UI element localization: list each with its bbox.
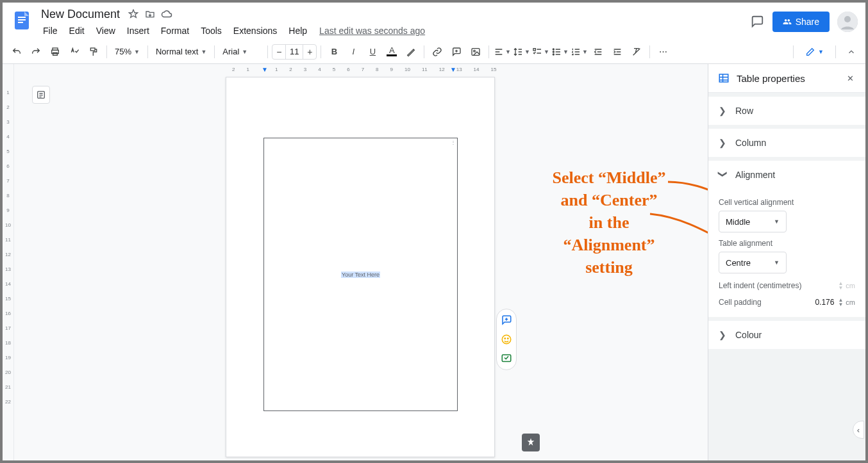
annotation-arrow-2: [649, 210, 708, 247]
svg-rect-21: [719, 74, 728, 82]
section-row[interactable]: ❯ Row: [708, 97, 865, 125]
font-size-increase[interactable]: +: [303, 47, 316, 57]
resize-handle-icon[interactable]: ⋮: [451, 140, 456, 145]
chevron-down-icon: ▼: [774, 259, 780, 266]
increase-indent-icon[interactable]: [608, 43, 626, 61]
paint-format-icon[interactable]: [85, 43, 103, 61]
svg-point-15: [553, 54, 554, 55]
table-cell[interactable]: ⋮ Your Text Here: [263, 138, 458, 411]
left-indent-input: ▲▼ cm: [807, 281, 855, 290]
document-outline-button[interactable]: [32, 86, 50, 104]
chevron-down-icon: ❯: [718, 170, 728, 179]
align-icon[interactable]: ▼: [493, 43, 511, 61]
sidebar-title: Table properties: [737, 73, 837, 84]
svg-rect-1: [18, 17, 26, 18]
line-spacing-icon[interactable]: ▼: [512, 43, 530, 61]
svg-rect-12: [533, 48, 535, 50]
insert-comment-icon[interactable]: [447, 43, 465, 61]
table-alignment-value: Centre: [726, 258, 751, 268]
insert-link-icon[interactable]: [428, 43, 446, 61]
zoom-value: 75%: [115, 47, 131, 56]
numbered-list-icon[interactable]: ▼: [570, 43, 588, 61]
chevron-down-icon: ▼: [774, 218, 780, 225]
close-sidebar-icon[interactable]: ✕: [844, 72, 856, 85]
cloud-status-icon[interactable]: [161, 8, 172, 20]
menu-format[interactable]: Format: [156, 23, 194, 38]
menu-edit[interactable]: Edit: [65, 23, 89, 38]
add-comment-icon[interactable]: [499, 313, 513, 327]
menu-bar: File Edit View Insert Format Tools Exten…: [38, 22, 749, 40]
decrease-indent-icon[interactable]: [589, 43, 607, 61]
comment-actions: [496, 309, 517, 370]
annotation-text: Select “Middle” and “Center” in the “Ali…: [500, 167, 708, 279]
more-icon[interactable]: ⋯: [654, 43, 672, 61]
cell-vertical-alignment-select[interactable]: Middle ▼: [719, 211, 787, 232]
star-icon[interactable]: [128, 8, 139, 20]
right-indent-marker[interactable]: ▼: [450, 66, 456, 73]
annotation-arrow-1: [667, 178, 708, 204]
document-page[interactable]: ⋮ Your Text Here: [226, 77, 495, 457]
chevron-right-icon: ❯: [719, 138, 728, 148]
horizontal-ruler: ▼ ▼ 21123456789101112131415: [14, 64, 708, 74]
share-button[interactable]: Share: [772, 12, 830, 32]
left-indent-label: Left indent (centimetres): [719, 281, 801, 290]
table-properties-sidebar: Table properties ✕ ❯ Row ❯ Column ❯ Alig…: [708, 64, 865, 460]
menu-tools[interactable]: Tools: [196, 23, 226, 38]
left-indent-marker[interactable]: ▼: [262, 66, 268, 73]
paragraph-style-select[interactable]: Normal text▼: [152, 43, 210, 61]
share-button-label: Share: [796, 17, 819, 27]
last-edit-link[interactable]: Last edit was seconds ago: [314, 26, 425, 36]
zoom-select[interactable]: 75%▼: [111, 43, 144, 61]
comment-history-icon[interactable]: [749, 14, 765, 29]
menu-extensions[interactable]: Extensions: [229, 23, 281, 38]
svg-point-18: [505, 338, 506, 339]
table-alignment-select[interactable]: Centre ▼: [719, 252, 787, 273]
section-colour[interactable]: ❯ Colour: [708, 321, 865, 349]
font-size-value[interactable]: 11: [285, 45, 303, 59]
svg-rect-2: [18, 19, 26, 20]
bold-icon[interactable]: B: [325, 43, 343, 61]
cell-padding-input[interactable]: 0.176 ▲▼ cm: [807, 298, 855, 307]
add-emoji-icon[interactable]: [499, 332, 513, 346]
suggest-edits-icon[interactable]: [499, 352, 513, 366]
paragraph-style-value: Normal text: [156, 47, 198, 56]
highlight-icon[interactable]: [402, 43, 420, 61]
stepper-icon[interactable]: ▲▼: [838, 298, 843, 307]
svg-rect-9: [90, 48, 95, 51]
font-size-group: − 11 +: [272, 44, 317, 60]
section-column[interactable]: ❯ Column: [708, 129, 865, 157]
print-icon[interactable]: [46, 43, 64, 61]
font-size-decrease[interactable]: −: [272, 47, 285, 57]
checklist-icon[interactable]: ▼: [531, 43, 549, 61]
menu-insert[interactable]: Insert: [122, 23, 154, 38]
underline-icon[interactable]: U: [363, 43, 381, 61]
bulleted-list-icon[interactable]: ▼: [551, 43, 569, 61]
cell-text[interactable]: Your Text Here: [341, 272, 380, 278]
italic-icon[interactable]: I: [344, 43, 362, 61]
menu-file[interactable]: File: [38, 23, 62, 38]
font-select[interactable]: Arial▼: [219, 43, 263, 61]
explore-button[interactable]: [522, 434, 540, 451]
text-color-icon[interactable]: A: [383, 43, 401, 61]
section-alignment[interactable]: ❯ Alignment: [708, 161, 865, 189]
move-icon[interactable]: [144, 8, 156, 20]
svg-point-17: [502, 335, 511, 344]
svg-point-5: [844, 16, 851, 22]
menu-help[interactable]: Help: [284, 23, 312, 38]
menu-view[interactable]: View: [92, 23, 120, 38]
undo-icon[interactable]: [8, 43, 26, 61]
editing-mode-button[interactable]: ▼: [800, 44, 829, 60]
chevron-right-icon: ❯: [719, 106, 728, 116]
table-alignment-label: Table alignment: [719, 239, 855, 248]
insert-image-icon[interactable]: [467, 43, 485, 61]
account-avatar[interactable]: [837, 12, 858, 32]
docs-logo[interactable]: [10, 9, 33, 32]
svg-point-11: [474, 50, 476, 52]
svg-point-19: [508, 338, 509, 339]
redo-icon[interactable]: [27, 43, 45, 61]
spellcheck-icon[interactable]: [65, 43, 83, 61]
hide-sidebar-icon[interactable]: [842, 43, 860, 61]
svg-rect-3: [18, 22, 23, 23]
clear-formatting-icon[interactable]: [628, 43, 646, 61]
document-title[interactable]: New Document: [38, 6, 122, 22]
